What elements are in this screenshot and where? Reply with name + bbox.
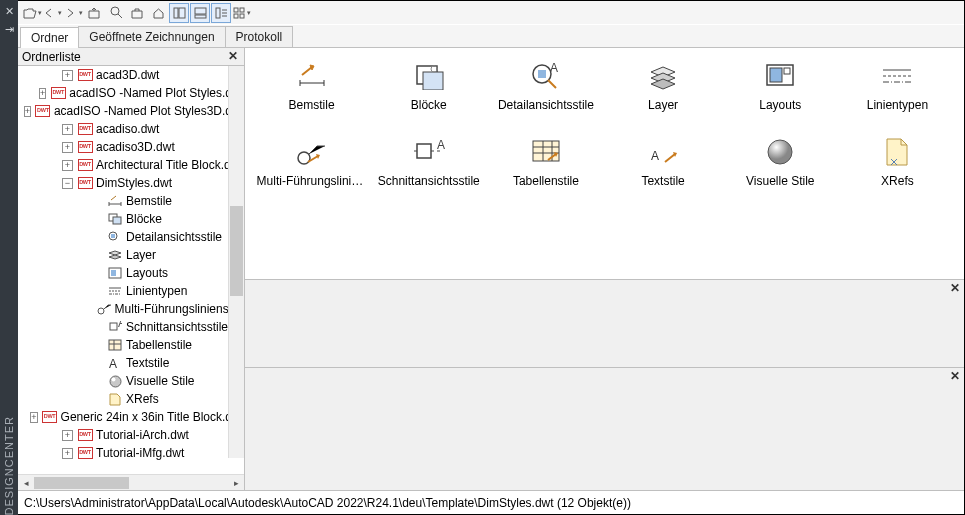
svg-rect-30	[770, 68, 782, 82]
tree-item[interactable]: +Tutorial-iMfg.dwt	[22, 444, 244, 462]
horizontal-scrollbar[interactable]: ◂▸	[18, 474, 244, 490]
folder-tree[interactable]: +acad3D.dwt+acadISO -Named Plot Styles.d…	[18, 66, 244, 474]
description-toggle-button[interactable]	[211, 3, 231, 23]
tree-item[interactable]: Visuelle Stile	[22, 372, 244, 390]
expander-icon[interactable]: +	[30, 412, 37, 423]
collapse-icon[interactable]: ⇥	[2, 22, 16, 36]
dwg-file-icon	[42, 410, 58, 424]
expander-icon[interactable]: +	[62, 142, 73, 153]
tree-item[interactable]: ASchnittansichtsstile	[22, 318, 244, 336]
sub-dim-icon	[107, 194, 123, 208]
expander-icon[interactable]: +	[24, 106, 31, 117]
tree-item[interactable]: +Tutorial-iArch.dwt	[22, 426, 244, 444]
tree-item-label: Layer	[126, 248, 156, 262]
content-item-xref[interactable]: XRefs	[841, 130, 954, 202]
search-button[interactable]	[106, 3, 126, 23]
tree-item[interactable]: Detailansichtsstile	[22, 228, 244, 246]
close-preview-icon[interactable]: ✕	[948, 282, 962, 296]
dwg-file-icon	[77, 176, 93, 190]
tree-item[interactable]: +acadISO -Named Plot Styles3D.dwt	[22, 102, 244, 120]
content-item-layer[interactable]: Layer	[606, 54, 719, 126]
close-description-icon[interactable]: ✕	[948, 370, 962, 384]
svg-text:A-A: A-A	[437, 140, 445, 152]
tree-item[interactable]: +acadiso.dwt	[22, 120, 244, 138]
tree-item[interactable]: Multi-Führungslinienstile	[22, 300, 244, 318]
content-item-table[interactable]: Tabellenstile	[489, 130, 602, 202]
tree-item[interactable]: Tabellenstile	[22, 336, 244, 354]
back-button[interactable]	[43, 3, 63, 23]
tree-item-label: acad3D.dwt	[96, 68, 159, 82]
content-item-leader[interactable]: Multi-Führungslinienstile	[255, 130, 368, 202]
content-item-label: Visuelle Stile	[746, 174, 814, 188]
content-item-block[interactable]: Blöcke	[372, 54, 485, 126]
tree-item[interactable]: +Architectural Title Block.dwt	[22, 156, 244, 174]
forward-button[interactable]	[64, 3, 84, 23]
open-button[interactable]	[22, 3, 42, 23]
tree-item[interactable]: Blöcke	[22, 210, 244, 228]
expander-icon[interactable]: +	[39, 88, 46, 99]
dwg-file-icon	[77, 428, 93, 442]
expander-icon[interactable]: +	[62, 430, 73, 441]
content-item-section[interactable]: A-ASchnittansichtsstile	[372, 130, 485, 202]
svg-point-25	[431, 66, 437, 72]
dwg-file-icon	[77, 68, 93, 82]
content-pane: BemstileBlöckeADetailansichtsstileLayerL…	[245, 48, 964, 280]
block-icon	[413, 60, 445, 92]
content-item-label: Linientypen	[867, 98, 928, 112]
up-button[interactable]	[85, 3, 105, 23]
detail-icon: A	[530, 60, 562, 92]
svg-point-0	[111, 7, 119, 15]
content-item-text[interactable]: ATextstile	[606, 130, 719, 202]
folder-list-panel: Ordnerliste ✕ +acad3D.dwt+acadISO -Named…	[18, 48, 245, 490]
sub-leader-icon	[96, 302, 112, 316]
content-item-line[interactable]: Linientypen	[841, 54, 954, 126]
vertical-scrollbar[interactable]	[228, 66, 244, 458]
home-button[interactable]	[148, 3, 168, 23]
content-item-visual[interactable]: Visuelle Stile	[724, 130, 837, 202]
tree-item-label: Tutorial-iMfg.dwt	[96, 446, 184, 460]
tree-item[interactable]: XRefs	[22, 390, 244, 408]
tab-log[interactable]: Protokoll	[225, 26, 294, 47]
dwg-file-icon	[77, 446, 93, 460]
side-strip: ✕ ⇥ DESIGNCENTER	[0, 0, 18, 515]
content-item-label: XRefs	[881, 174, 914, 188]
tree-item[interactable]: Linientypen	[22, 282, 244, 300]
expander-icon[interactable]: +	[62, 70, 73, 81]
description-pane: ✕	[245, 368, 964, 490]
content-item-layout[interactable]: Layouts	[724, 54, 837, 126]
tab-open-drawings[interactable]: Geöffnete Zeichnungen	[78, 26, 225, 47]
tree-item[interactable]: Bemstile	[22, 192, 244, 210]
tree-item[interactable]: −DimStyles.dwt	[22, 174, 244, 192]
tree-item[interactable]: Layouts	[22, 264, 244, 282]
svg-rect-9	[240, 14, 244, 18]
svg-rect-5	[216, 8, 220, 18]
expander-icon[interactable]: −	[62, 178, 73, 189]
tree-item[interactable]: +acadiso3D.dwt	[22, 138, 244, 156]
content-item-label: Tabellenstile	[513, 174, 579, 188]
svg-rect-11	[113, 217, 121, 224]
expander-icon[interactable]: +	[62, 160, 73, 171]
svg-rect-3	[195, 8, 206, 14]
content-item-dim[interactable]: Bemstile	[255, 54, 368, 126]
tree-item[interactable]: Layer	[22, 246, 244, 264]
expander-icon[interactable]: +	[62, 124, 73, 135]
expander-icon[interactable]: +	[62, 448, 73, 459]
tree-item[interactable]: +Generic 24in x 36in Title Block.dwt	[22, 408, 244, 426]
preview-toggle-button[interactable]	[190, 3, 210, 23]
content-item-detail[interactable]: ADetailansichtsstile	[489, 54, 602, 126]
close-icon[interactable]: ✕	[2, 4, 16, 18]
tab-folder[interactable]: Ordner	[20, 27, 79, 48]
tree-item[interactable]: +acadISO -Named Plot Styles.dwt	[22, 84, 244, 102]
tree-item-label: Detailansichtsstile	[126, 230, 222, 244]
tree-toggle-button[interactable]	[169, 3, 189, 23]
tree-item[interactable]: +acad3D.dwt	[22, 66, 244, 84]
svg-rect-31	[784, 68, 790, 74]
sub-visual-icon	[107, 374, 123, 388]
favorites-button[interactable]	[127, 3, 147, 23]
sub-section-icon: A	[107, 320, 123, 334]
close-folder-list-icon[interactable]: ✕	[226, 50, 240, 64]
tree-item[interactable]: ATextstile	[22, 354, 244, 372]
content-item-label: Layouts	[759, 98, 801, 112]
svg-point-37	[768, 140, 792, 164]
views-button[interactable]	[232, 3, 252, 23]
